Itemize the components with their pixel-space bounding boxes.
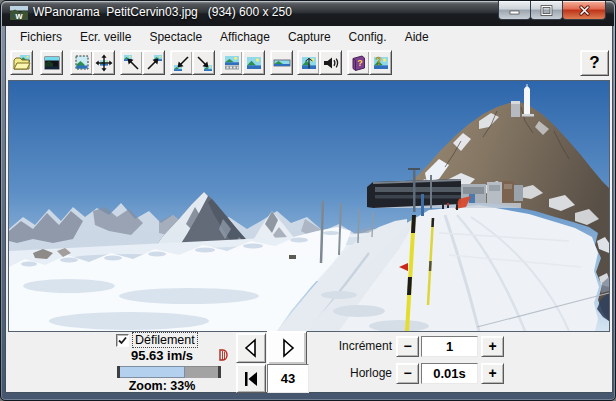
toolbar-screensaver-button[interactable] xyxy=(40,50,63,75)
defilement-label[interactable]: Défilement xyxy=(133,333,197,347)
minimize-icon xyxy=(506,2,523,19)
toolbar-about-image-button[interactable]: ? xyxy=(369,50,392,75)
svg-text:?: ? xyxy=(375,56,381,67)
defilement-checkbox[interactable] xyxy=(116,334,129,347)
right-triangle-icon xyxy=(276,336,298,360)
thin-panorama-strip-icon xyxy=(273,54,291,72)
dashed-frame-image-icon xyxy=(73,54,91,72)
toolbar-filmstrip-view-button[interactable] xyxy=(220,50,243,75)
toolbar-scroll-up-left-button[interactable] xyxy=(120,50,143,75)
help-button[interactable]: ? xyxy=(580,50,609,76)
arrow-down-left-image-icon xyxy=(173,54,191,72)
scroll-position-bar[interactable] xyxy=(117,366,221,378)
horloge-value-display: 0.01s xyxy=(421,363,478,384)
landscape-image-icon xyxy=(245,54,263,72)
menu-capture[interactable]: Capture xyxy=(279,27,340,47)
wpanorama-window: w WPanorama PetitCervin03.jpg (934) 600 … xyxy=(0,0,616,401)
panorama-viewport[interactable] xyxy=(8,80,610,332)
speaker-icon xyxy=(322,54,340,72)
arrow-down-right-image-icon xyxy=(195,54,213,72)
frame-number-display: 43 xyxy=(267,364,309,393)
panorama-image xyxy=(9,81,609,331)
toolbar-help-contents-button[interactable]: ? xyxy=(347,50,370,75)
open-folder-image-icon xyxy=(13,54,31,72)
increment-plus-button[interactable]: + xyxy=(481,336,504,357)
window-title: WPanorama PetitCervin03.jpg (934) 600 x … xyxy=(33,5,292,19)
toolbar-open-panorama-button[interactable] xyxy=(10,50,33,75)
title-bar[interactable]: w WPanorama PetitCervin03.jpg (934) 600 … xyxy=(2,1,614,26)
toolbar-scroll-up-right-button[interactable] xyxy=(142,50,165,75)
increment-minus-button[interactable]: − xyxy=(396,336,419,357)
close-button[interactable] xyxy=(562,1,606,20)
help-book-icon: ? xyxy=(350,54,368,72)
toolbar-panorama-strip-button[interactable] xyxy=(270,50,293,75)
toolbar-scroll-down-left-button[interactable] xyxy=(170,50,193,75)
scroll-left-button[interactable] xyxy=(236,333,266,363)
image-question-icon: ? xyxy=(372,54,390,72)
speed-value: 95.63 im/s xyxy=(106,348,218,363)
defilement-row: Défilement xyxy=(116,333,197,347)
menu-fichiers[interactable]: Fichiers xyxy=(11,27,71,47)
arrow-up-right-image-icon xyxy=(145,54,163,72)
arrow-up-left-image-icon xyxy=(123,54,141,72)
horloge-label: Horloge xyxy=(324,366,392,380)
toolbar: ? ? ? xyxy=(6,47,612,79)
skip-to-start-icon xyxy=(241,369,261,389)
scroll-right-button[interactable] xyxy=(267,331,307,365)
menu-affichage[interactable]: Affichage xyxy=(211,27,279,47)
menu-bar: Fichiers Ecr. veille Spectacle Affichage… xyxy=(6,26,612,47)
maximize-button[interactable] xyxy=(530,1,563,20)
image-with-filmstrip-icon xyxy=(223,54,241,72)
horloge-minus-button[interactable]: − xyxy=(396,363,419,384)
menu-spectacle[interactable]: Spectacle xyxy=(140,27,211,47)
scroll-progress-fill xyxy=(120,366,185,378)
increment-value-display: 1 xyxy=(421,336,478,357)
menu-ecr-veille[interactable]: Ecr. veille xyxy=(71,27,140,47)
minimize-button[interactable] xyxy=(498,1,531,20)
toolbar-windowed-mode-button[interactable] xyxy=(70,50,93,75)
toolbar-sound-button[interactable] xyxy=(319,50,342,75)
four-direction-arrows-icon xyxy=(95,54,113,72)
horloge-plus-button[interactable]: + xyxy=(481,363,504,384)
zoom-label: Zoom: 33% xyxy=(106,379,218,393)
svg-text:?: ? xyxy=(357,57,363,67)
image-with-mast-icon xyxy=(300,54,318,72)
app-logo-icon: w xyxy=(10,6,28,20)
toolbar-full-image-button[interactable] xyxy=(242,50,265,75)
menu-aide[interactable]: Aide xyxy=(396,27,438,47)
increment-label: Incrément xyxy=(324,339,392,353)
menu-config[interactable]: Config. xyxy=(340,27,396,47)
toolbar-scroll-down-right-button[interactable] xyxy=(192,50,215,75)
client-area: Fichiers Ecr. veille Spectacle Affichage… xyxy=(5,26,613,393)
maximize-icon xyxy=(538,2,555,19)
close-icon xyxy=(576,2,593,19)
checkmark-icon xyxy=(117,335,128,346)
toolbar-image-mast-button[interactable] xyxy=(297,50,320,75)
first-frame-button[interactable] xyxy=(236,364,266,393)
left-triangle-icon xyxy=(241,337,261,359)
toolbar-pan-all-directions-button[interactable] xyxy=(92,50,115,75)
svg-text:w: w xyxy=(14,11,23,21)
scroll-direction-indicator-icon xyxy=(218,349,228,361)
dark-screensaver-image-icon xyxy=(43,54,61,72)
